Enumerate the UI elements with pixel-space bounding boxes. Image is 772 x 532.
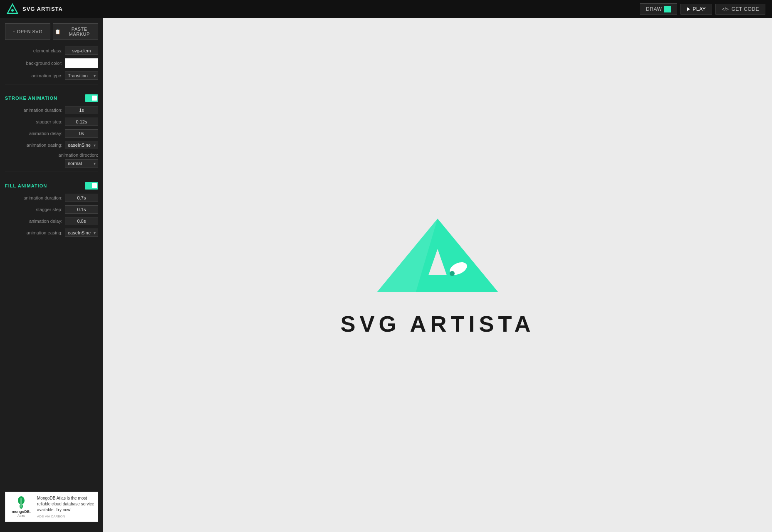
code-brackets-icon: </> [722, 7, 729, 12]
ad-content: MongoDB Atlas is the most reliable cloud… [37, 495, 94, 518]
artista-logo-svg [375, 214, 500, 301]
svg-point-9 [450, 271, 455, 276]
mongodb-leaf-icon [15, 496, 27, 510]
fill-section-title: FILL ANIMATION [5, 183, 47, 188]
fill-toggle[interactable] [85, 182, 98, 190]
ad-main-text: MongoDB Atlas is the most reliable cloud… [37, 495, 94, 513]
play-label: PLAY [693, 6, 706, 12]
svg-point-1 [11, 9, 14, 12]
stroke-duration-input[interactable] [65, 106, 98, 114]
paste-markup-button[interactable]: 📋 PASTE MARKUP [53, 23, 98, 40]
stroke-delay-label: animation delay: [5, 131, 62, 136]
stroke-easing-select-wrapper: easeInSine linear easeInOut [65, 141, 98, 149]
stroke-direction-label: animation direction: [5, 153, 98, 158]
stroke-toggle[interactable] [85, 94, 98, 102]
open-svg-label: OPEN SVG [17, 29, 42, 34]
stroke-stagger-label: stagger step: [5, 119, 62, 124]
stroke-stagger-input[interactable] [65, 118, 98, 126]
ad-atlas-text: Atlas [17, 514, 25, 517]
fill-easing-select-wrapper: easeInSine linear easeInOut [65, 229, 98, 237]
fill-stagger-input[interactable] [65, 205, 98, 214]
fill-delay-label: animation delay: [5, 219, 62, 224]
play-icon [687, 7, 690, 11]
stroke-delay-input[interactable] [65, 129, 98, 138]
animation-type-select-wrapper: Transition CSS Animation [65, 71, 98, 80]
open-svg-button[interactable]: ↑ OPEN SVG [5, 23, 50, 40]
svg-preview-container: SVG ARTISTA [340, 214, 534, 337]
fill-easing-row: animation easing: easeInSine linear ease… [0, 227, 103, 239]
stroke-easing-label: animation easing: [5, 143, 62, 148]
paste-icon: 📋 [55, 29, 61, 34]
animation-type-row: animation type: Transition CSS Animation [0, 70, 103, 81]
fill-section-header: FILL ANIMATION [0, 178, 103, 192]
stroke-duration-row: animation duration: [0, 104, 103, 116]
stroke-section-header: STROKE ANIMATION [0, 90, 103, 104]
fill-delay-input[interactable] [65, 217, 98, 225]
stroke-direction-select-wrapper: normal reverse alternate [65, 159, 98, 167]
fill-duration-input[interactable] [65, 194, 98, 202]
canvas-area: SVG ARTISTA [103, 18, 772, 532]
stroke-toggle-knob [92, 96, 97, 101]
background-color-input[interactable] [65, 58, 98, 68]
element-class-label: element class: [5, 48, 62, 53]
stroke-stagger-row: stagger step: [0, 116, 103, 128]
stroke-direction-row: animation direction: normal reverse alte… [0, 151, 103, 169]
fill-duration-label: animation duration: [5, 195, 62, 200]
header: SVG ARTISTA DRAW PLAY </> GET CODE [0, 0, 772, 18]
get-code-label: GET CODE [732, 6, 759, 12]
header-left: SVG ARTISTA [7, 3, 63, 15]
header-right: DRAW PLAY </> GET CODE [640, 3, 765, 15]
fill-easing-label: animation easing: [5, 230, 62, 235]
draw-label: DRAW [646, 6, 662, 12]
svg-marker-0 [7, 4, 17, 13]
divider-1 [5, 84, 98, 84]
sidebar: ↑ OPEN SVG 📋 PASTE MARKUP element class:… [0, 18, 103, 532]
animation-type-label: animation type: [5, 73, 62, 78]
fill-stagger-row: stagger step: [0, 204, 103, 215]
svg-rect-4 [20, 498, 22, 507]
paste-markup-label: PASTE MARKUP [63, 27, 96, 37]
element-class-row: element class: [0, 45, 103, 57]
fill-duration-row: animation duration: [0, 192, 103, 204]
animation-type-select[interactable]: Transition CSS Animation [65, 71, 98, 80]
get-code-button[interactable]: </> GET CODE [715, 4, 765, 15]
ad-footer-text: ADS VIA CARBON [37, 515, 94, 518]
stroke-duration-label: animation duration: [5, 108, 62, 113]
draw-indicator-icon [664, 6, 671, 12]
element-class-input[interactable] [65, 47, 98, 55]
app-title: SVG ARTISTA [22, 6, 63, 12]
background-color-row: background color: [0, 57, 103, 70]
main-layout: ↑ OPEN SVG 📋 PASTE MARKUP element class:… [0, 18, 772, 532]
play-button[interactable]: PLAY [680, 4, 712, 15]
artista-wordmark: SVG ARTISTA [340, 311, 534, 337]
stroke-easing-row: animation easing: easeInSine linear ease… [0, 139, 103, 151]
fill-delay-row: animation delay: [0, 215, 103, 227]
fill-stagger-label: stagger step: [5, 207, 62, 212]
divider-2 [5, 172, 98, 172]
stroke-easing-select[interactable]: easeInSine linear easeInOut [65, 141, 98, 149]
ad-logo-text: mongoDB. [12, 510, 31, 514]
ad-banner[interactable]: mongoDB. Atlas MongoDB Atlas is the most… [5, 492, 98, 522]
upload-icon: ↑ [13, 29, 15, 34]
stroke-delay-row: animation delay: [0, 128, 103, 139]
draw-button[interactable]: DRAW [640, 3, 677, 15]
stroke-section-title: STROKE ANIMATION [5, 96, 57, 101]
background-color-label: background color: [5, 61, 62, 66]
app-logo-icon [7, 3, 18, 15]
fill-easing-select[interactable]: easeInSine linear easeInOut [65, 229, 98, 237]
fill-toggle-knob [92, 183, 97, 188]
ad-logo-area: mongoDB. Atlas [9, 496, 34, 517]
file-actions-row: ↑ OPEN SVG 📋 PASTE MARKUP [0, 23, 103, 45]
stroke-direction-select[interactable]: normal reverse alternate [65, 159, 98, 167]
